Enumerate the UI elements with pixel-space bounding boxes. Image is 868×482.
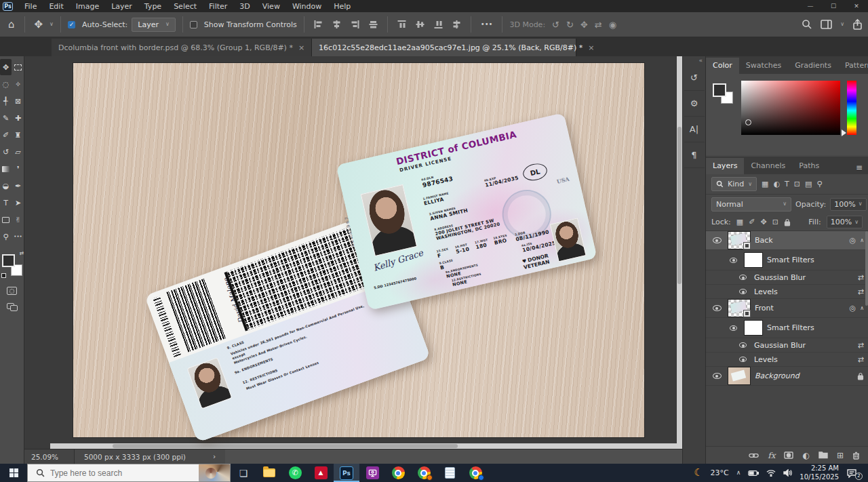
tab-layers[interactable]: Layers [706,158,744,174]
lock-all-icon[interactable] [784,218,791,226]
layer-row-front[interactable]: Front ◎ ∧ [706,299,868,318]
filter-toggle-pin-icon[interactable]: ⚲ [816,180,822,188]
task-view-button[interactable]: ❏ [231,464,256,482]
eraser-tool[interactable]: ▱ [12,144,24,160]
smart-filter-indicator-icon[interactable]: ◎ [850,304,856,312]
menu-view[interactable]: View [256,1,286,12]
tab-gradients[interactable]: Gradients [788,58,838,74]
restore-button[interactable]: ☐ [822,1,845,12]
properties-panel-icon[interactable]: ⚙ [684,91,705,117]
frame-tool[interactable]: ⊠ [12,93,24,109]
photoshop-button[interactable]: Ps [334,464,359,482]
close-button[interactable]: ✕ [845,1,868,12]
chrome-profile2-button[interactable] [411,464,437,482]
layer-row-background[interactable]: Background [706,367,868,386]
file-explorer-button[interactable] [256,464,282,482]
filter-shape-layers-icon[interactable]: ⊡ [794,180,800,188]
filter-blend-options-icon[interactable]: ⇄ [858,274,864,281]
quick-mask-mode-button[interactable] [7,287,17,295]
visibility-eye-icon[interactable] [730,325,737,331]
menu-file[interactable]: File [18,1,43,12]
distribute-left-icon[interactable] [452,20,462,29]
3d-roll-icon[interactable]: ↻ [566,20,574,29]
paragraph-panel-icon[interactable]: ¶ [684,142,705,168]
whatsapp-button[interactable]: ✆ [282,464,308,482]
start-button[interactable] [0,464,27,482]
layer-thumbnail[interactable] [728,232,750,249]
filter-row-gaussian-blur[interactable]: Gaussian Blur ⇄ [706,270,868,285]
move-tool-preset-icon[interactable]: ✥ [32,20,46,30]
3d-pan-icon[interactable]: ✥ [580,20,588,29]
collapse-panels-icon[interactable]: « [696,56,705,65]
filter-smart-objects-icon[interactable]: ▤ [805,180,812,188]
lasso-tool[interactable]: ◌ [0,76,12,92]
tab-paths[interactable]: Paths [792,158,826,174]
blur-tool[interactable]: ❜ [12,161,24,177]
tab-color[interactable]: Color [706,58,739,74]
filter-blend-options-icon[interactable]: ⇄ [858,288,864,296]
distribute-bottom-icon[interactable] [433,20,443,29]
layer-thumbnail[interactable] [728,300,750,317]
history-brush-tool[interactable]: ↺ [0,144,12,160]
menu-3d[interactable]: 3D [233,1,256,12]
visibility-eye-icon[interactable] [713,373,722,379]
fill-value-field[interactable]: 100% ∨ [827,216,863,228]
filter-mask-thumbnail[interactable] [745,321,762,335]
search-highlight-art[interactable] [199,464,230,481]
swap-colors-icon[interactable]: ⇄ [20,251,24,256]
menu-edit[interactable]: Edit [43,1,69,12]
color-picker-field[interactable] [741,81,840,135]
3d-camera-icon[interactable]: ◉ [609,20,616,29]
tab-swatches[interactable]: Swatches [739,58,789,74]
lock-transparent-pixels-icon[interactable]: ▦ [736,218,743,226]
crop-tool[interactable]: ╃ [0,93,12,109]
chevron-down-icon[interactable]: ∨ [50,22,54,27]
spot-healing-brush-tool[interactable]: ✚ [12,110,24,126]
smart-filters-row[interactable]: Smart Filters [706,250,868,270]
hand-tool[interactable]: ✌ [12,212,24,228]
align-right-icon[interactable] [350,20,360,29]
close-tab-icon[interactable]: × [588,44,594,52]
visibility-eye-icon[interactable] [739,342,747,348]
search-icon[interactable] [802,19,812,30]
visibility-eye-icon[interactable] [730,258,737,263]
more-options-icon[interactable]: ••• [478,21,496,28]
menu-filter[interactable]: Filter [203,1,233,12]
distribute-top-icon[interactable] [397,20,407,29]
document-info[interactable]: 5000 px x 3333 px (300 ppi) › [75,449,225,464]
filter-blend-options-icon[interactable]: ⇄ [858,342,864,349]
rectangle-tool[interactable] [0,212,12,228]
default-colors-icon[interactable] [1,273,6,278]
visibility-eye-icon[interactable] [739,275,747,280]
minimize-button[interactable]: — [799,1,822,12]
filter-adjustment-layers-icon[interactable]: ◐ [774,180,781,188]
gradient-tool[interactable] [0,161,12,177]
magic-wand-tool[interactable]: ✧ [12,76,24,92]
battery-icon[interactable] [748,470,759,477]
visibility-eye-icon[interactable] [739,357,747,362]
status-menu-chevron-icon[interactable]: › [213,453,216,460]
taskbar-search[interactable] [27,464,231,482]
show-hidden-icons-chevron[interactable]: ∧ [736,470,741,476]
collapse-filters-chevron-icon[interactable]: ∧ [860,238,864,243]
canvas[interactable]: David Malone 9. CLASS Vehicles under 26,… [24,56,682,449]
smart-filters-row[interactable]: Smart Filters [706,318,868,338]
vertical-scrollbar[interactable] [677,56,682,449]
show-transform-controls-checkbox[interactable] [190,21,197,28]
layer-effects-icon[interactable]: fx [768,451,775,460]
align-top-icon[interactable] [368,20,378,29]
3d-orbit-icon[interactable]: ↺ [552,20,559,29]
chevron-down-icon[interactable]: ∨ [840,22,844,27]
foreground-color-swatch[interactable] [713,83,726,97]
notepad-button[interactable] [437,464,462,482]
chrome-button[interactable] [385,464,411,482]
new-group-folder-icon[interactable] [818,451,828,459]
3d-slide-icon[interactable]: ⇄ [595,20,602,29]
visibility-eye-icon[interactable] [713,237,722,243]
filter-row-gaussian-blur[interactable]: Gaussian Blur ⇄ [706,338,868,353]
hue-slider[interactable] [847,81,856,135]
filter-row-levels[interactable]: Levels ⇄ [706,285,868,299]
menu-type[interactable]: Type [138,1,167,12]
visibility-eye-icon[interactable] [739,289,747,294]
chrome-profile3-button[interactable] [462,464,488,482]
